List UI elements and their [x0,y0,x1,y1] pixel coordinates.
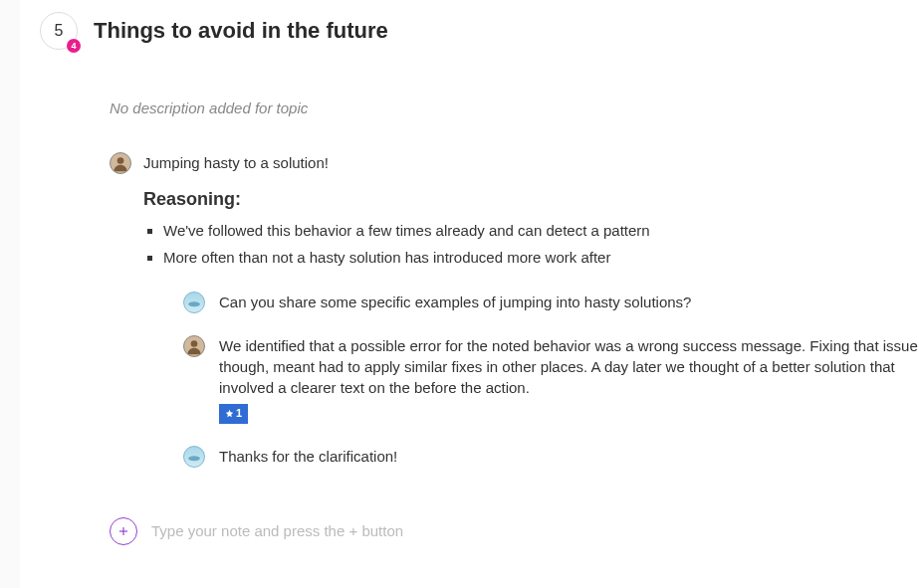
note-input[interactable] [151,522,919,539]
avatar [183,335,205,357]
topic-number: 5 [55,22,64,40]
topic-badge: 4 [67,39,81,53]
reasoning-list: We've followed this behavior a few times… [143,220,919,268]
svg-point-0 [117,157,124,164]
reasoning-item: More often than not a hasty solution has… [163,247,919,268]
reply: Can you share some specific examples of … [183,292,919,313]
svg-point-1 [188,301,200,306]
topic-header: 5 4 Things to avoid in the future [40,12,919,50]
note: Jumping hasty to a solution! Reasoning: … [110,152,919,490]
star-count: 1 [236,406,242,421]
topic-number-circle: 5 4 [40,12,78,50]
reasoning-title: Reasoning: [143,187,919,212]
thread: Jumping hasty to a solution! Reasoning: … [110,152,919,545]
reply-text: Can you share some specific examples of … [219,292,691,312]
reply-text: We identified that a possible error for … [219,335,919,398]
reply: Thanks for the clarification! [183,446,919,468]
replies: Can you share some specific examples of … [183,292,919,467]
plus-icon [116,524,130,538]
reply-text: Thanks for the clarification! [219,446,397,467]
star-badge[interactable]: 1 [219,404,248,423]
note-body: Jumping hasty to a solution! Reasoning: … [143,152,919,490]
avatar [183,292,205,313]
reply-body: We identified that a possible error for … [219,335,919,423]
reasoning-item: We've followed this behavior a few times… [163,220,919,241]
topic-description: No description added for topic [110,99,919,116]
avatar [183,446,205,468]
svg-point-3 [188,456,200,461]
avatar [110,152,131,174]
topic-title: Things to avoid in the future [94,18,388,44]
reply: We identified that a possible error for … [183,335,919,423]
note-lead: Jumping hasty to a solution! [143,152,919,173]
star-icon [225,409,234,418]
svg-point-2 [191,340,198,347]
add-note-row [110,517,919,545]
add-note-button[interactable] [110,517,137,545]
